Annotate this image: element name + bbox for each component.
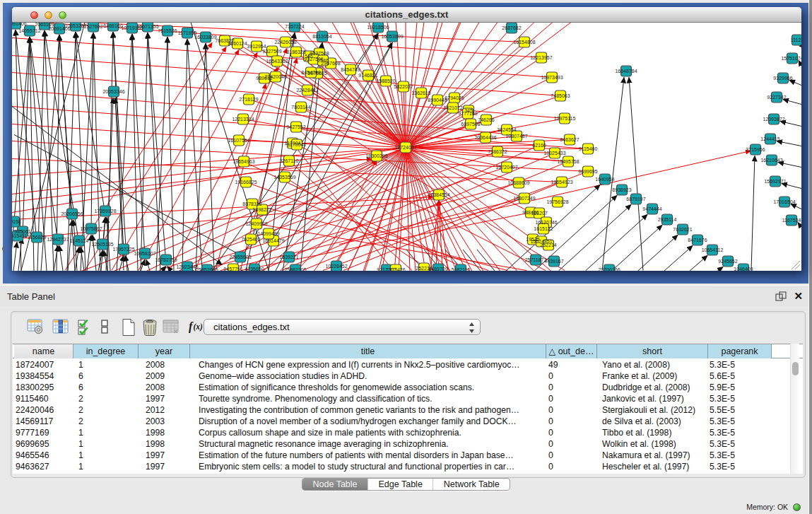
svg-text:9427552: 9427552 <box>286 124 305 129</box>
svg-text:9227342: 9227342 <box>767 95 786 100</box>
svg-text:3912954: 3912954 <box>247 44 266 49</box>
svg-text:18724007: 18724007 <box>394 145 416 150</box>
svg-text:161207: 161207 <box>531 211 547 216</box>
svg-text:22420046: 22420046 <box>264 74 286 79</box>
svg-text:1527602: 1527602 <box>83 24 102 29</box>
svg-text:10973493: 10973493 <box>541 75 563 80</box>
svg-text:8454749: 8454749 <box>301 70 320 75</box>
svg-text:17016504: 17016504 <box>773 199 795 204</box>
svg-text:8660124: 8660124 <box>228 41 247 46</box>
svg-text:22428482: 22428482 <box>296 88 318 93</box>
svg-text:22455603: 22455603 <box>229 255 251 259</box>
svg-text:10958107: 10958107 <box>134 251 155 256</box>
svg-text:7357224: 7357224 <box>285 24 304 29</box>
svg-text:3215956: 3215956 <box>746 147 765 152</box>
svg-text:9327509: 9327509 <box>262 49 281 54</box>
svg-text:11123: 11123 <box>791 37 801 42</box>
svg-text:12213957: 12213957 <box>530 55 552 60</box>
svg-text:22426058: 22426058 <box>274 40 296 45</box>
svg-text:9146821: 9146821 <box>358 73 377 78</box>
svg-text:25711873: 25711873 <box>525 257 547 262</box>
svg-text:1170041: 1170041 <box>288 142 307 147</box>
svg-text:8471676: 8471676 <box>688 238 707 243</box>
svg-text:6794028: 6794028 <box>445 95 464 100</box>
svg-text:1839221: 1839221 <box>279 255 298 259</box>
svg-text:18300295: 18300295 <box>365 153 387 158</box>
svg-text:1145114: 1145114 <box>70 238 88 243</box>
svg-text:62160: 62160 <box>532 143 546 148</box>
svg-text:10688609: 10688609 <box>507 180 529 185</box>
svg-text:7625402: 7625402 <box>241 237 260 242</box>
svg-text:15692971: 15692971 <box>764 179 786 184</box>
svg-text:14099489: 14099489 <box>257 231 279 236</box>
svg-text:252214: 252214 <box>416 266 432 271</box>
svg-text:1373426: 1373426 <box>386 267 405 271</box>
svg-text:10807487: 10807487 <box>505 134 527 139</box>
svg-text:12975115: 12975115 <box>554 116 576 121</box>
svg-text:16210643: 16210643 <box>760 158 782 163</box>
svg-text:16107554: 16107554 <box>228 138 249 143</box>
svg-text:1588520: 1588520 <box>376 78 395 83</box>
svg-text:1498222: 1498222 <box>252 207 271 212</box>
svg-text:3267110: 3267110 <box>280 158 299 163</box>
svg-text:1615132: 1615132 <box>534 226 553 231</box>
svg-text:8454749: 8454749 <box>341 67 360 72</box>
svg-text:(x): (x) <box>194 322 204 332</box>
svg-text:10228452: 10228452 <box>325 264 347 269</box>
svg-text:8813054: 8813054 <box>312 34 331 39</box>
svg-text:16914479: 16914479 <box>262 238 284 243</box>
svg-text:4439167: 4439167 <box>544 259 563 264</box>
svg-text:23706266: 23706266 <box>598 267 620 271</box>
svg-text:2718129: 2718129 <box>239 97 258 102</box>
svg-text:16782759: 16782759 <box>155 257 177 262</box>
svg-text:9474444: 9474444 <box>642 206 661 211</box>
svg-text:1244415: 1244415 <box>760 136 779 141</box>
svg-text:12942737: 12942737 <box>47 237 69 242</box>
svg-text:4735650: 4735650 <box>245 267 264 271</box>
svg-text:16671355: 16671355 <box>136 24 158 29</box>
svg-text:9777169: 9777169 <box>458 111 477 116</box>
svg-text:6466160: 6466160 <box>103 23 122 28</box>
svg-text:25882305: 25882305 <box>284 267 306 271</box>
svg-text:2687682: 2687682 <box>502 25 521 30</box>
svg-text:2935114: 2935114 <box>658 217 677 222</box>
svg-text:18807249: 18807249 <box>513 196 535 201</box>
svg-text:10025433: 10025433 <box>543 151 565 156</box>
svg-text:7632621: 7632621 <box>673 227 692 232</box>
svg-text:252214: 252214 <box>540 243 556 247</box>
svg-text:1362615: 1362615 <box>411 90 430 95</box>
svg-text:16120746: 16120746 <box>535 220 557 225</box>
svg-text:9457791: 9457791 <box>223 267 242 271</box>
svg-text:8186328: 8186328 <box>286 49 305 54</box>
svg-text:15720407: 15720407 <box>495 165 517 170</box>
svg-text:1640954: 1640954 <box>595 177 614 182</box>
svg-text:9463627: 9463627 <box>560 137 579 142</box>
svg-text:12093872: 12093872 <box>763 117 784 122</box>
svg-text:19654923: 19654923 <box>551 180 572 185</box>
svg-text:25852685: 25852685 <box>196 267 218 271</box>
svg-text:7386372: 7386372 <box>488 149 507 154</box>
svg-text:19756928: 19756928 <box>546 199 568 204</box>
svg-text:6879197: 6879197 <box>626 197 645 201</box>
svg-text:20364436: 20364436 <box>474 135 496 140</box>
svg-text:12409948: 12409948 <box>245 221 267 226</box>
svg-text:39158: 39158 <box>12 219 21 224</box>
svg-text:1046409: 1046409 <box>734 267 753 271</box>
svg-text:3915411: 3915411 <box>12 233 27 238</box>
svg-text:3824554: 3824554 <box>497 127 516 132</box>
svg-text:19384554: 19384554 <box>428 192 449 197</box>
svg-text:15751074: 15751074 <box>781 56 801 61</box>
svg-text:6897508: 6897508 <box>461 122 480 127</box>
svg-text:9115460: 9115460 <box>579 146 598 151</box>
svg-text:2546: 2546 <box>317 58 329 63</box>
svg-text:16033809: 16033809 <box>194 35 216 40</box>
svg-text:10654112: 10654112 <box>702 247 724 252</box>
svg-text:15495758: 15495758 <box>557 159 579 164</box>
svg-text:8938923: 8938923 <box>612 187 631 192</box>
svg-text:746266: 746266 <box>478 117 494 122</box>
svg-text:10975867: 10975867 <box>80 226 102 231</box>
svg-text:14353569: 14353569 <box>273 175 295 180</box>
svg-text:14055712: 14055712 <box>18 28 40 33</box>
svg-text:20206556: 20206556 <box>61 211 83 216</box>
svg-text:12213314: 12213314 <box>232 117 254 122</box>
